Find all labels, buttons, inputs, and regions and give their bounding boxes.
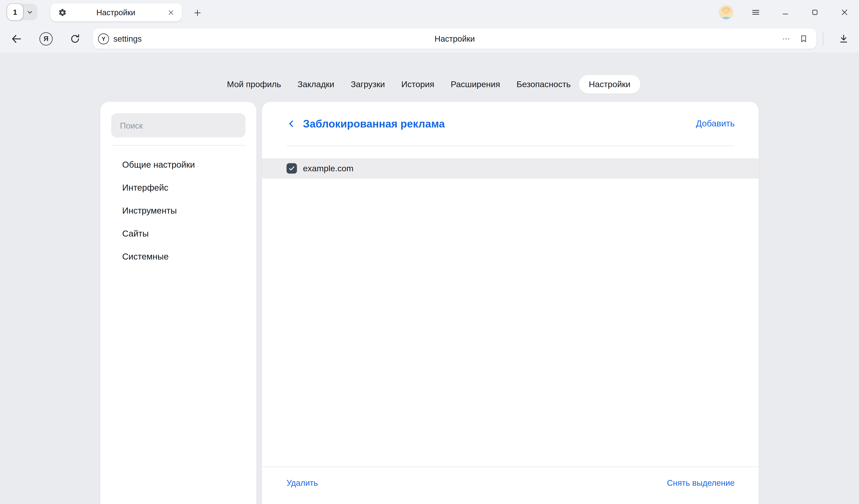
address-bar-page-title: Настройки bbox=[93, 34, 816, 43]
chevron-left-icon bbox=[286, 119, 296, 129]
bookmark-button[interactable] bbox=[797, 32, 811, 46]
maximize-icon bbox=[811, 8, 819, 16]
check-icon bbox=[288, 165, 295, 172]
minimize-button[interactable] bbox=[777, 4, 793, 20]
row-checkbox[interactable] bbox=[286, 163, 297, 173]
chevron-down-icon bbox=[26, 9, 33, 16]
sidebar-list: Общие настройки Интерфейс Инструменты Са… bbox=[100, 153, 256, 268]
tab-security[interactable]: Безопасность bbox=[508, 75, 579, 94]
hamburger-icon bbox=[751, 8, 760, 17]
sidebar-item-system[interactable]: Системные bbox=[100, 245, 256, 268]
delete-button[interactable]: Удалить bbox=[286, 478, 318, 487]
back-arrow-icon bbox=[10, 33, 22, 45]
avatar[interactable] bbox=[719, 5, 733, 19]
panel-footer: Удалить Снять выделение bbox=[262, 467, 759, 487]
tab-history[interactable]: История bbox=[393, 75, 442, 94]
panel-header: Заблокированная реклама Добавить bbox=[262, 102, 759, 146]
downloads-button[interactable] bbox=[834, 29, 853, 48]
new-tab-button[interactable] bbox=[190, 5, 205, 20]
reload-icon bbox=[70, 33, 80, 44]
yandex-logo-icon: Я bbox=[40, 32, 52, 45]
toolbar-separator bbox=[823, 32, 824, 46]
browser-window: 1 Настройки bbox=[0, 0, 859, 504]
tab-group-control[interactable]: 1 bbox=[7, 4, 37, 20]
window-close-button[interactable] bbox=[836, 4, 853, 20]
tab-title: Настройки bbox=[67, 8, 165, 17]
more-actions-button[interactable] bbox=[779, 32, 793, 46]
plus-icon bbox=[193, 9, 201, 17]
settings-sidebar: Общие настройки Интерфейс Инструменты Са… bbox=[100, 102, 256, 504]
back-button[interactable] bbox=[7, 29, 26, 48]
window-controls bbox=[711, 0, 859, 25]
panel-back-button[interactable] bbox=[284, 117, 299, 131]
tab-extensions[interactable]: Расширения bbox=[442, 75, 508, 94]
maximize-button[interactable] bbox=[807, 4, 823, 20]
settings-page: Мой профиль Закладки Загрузки История Ра… bbox=[0, 52, 859, 504]
sidebar-item-tools[interactable]: Инструменты bbox=[100, 199, 256, 223]
close-icon bbox=[840, 8, 848, 16]
sidebar-divider bbox=[111, 145, 245, 146]
settings-nav-tabs: Мой профиль Закладки Загрузки История Ра… bbox=[0, 75, 859, 94]
yandex-home-button[interactable]: Я bbox=[37, 29, 56, 48]
minimize-icon bbox=[781, 8, 789, 16]
bookmark-icon bbox=[799, 34, 808, 43]
blocked-domain: example.com bbox=[303, 163, 353, 173]
reload-button[interactable] bbox=[66, 29, 85, 48]
ellipsis-icon bbox=[782, 34, 790, 43]
download-icon bbox=[838, 33, 849, 44]
browser-tab-settings[interactable]: Настройки bbox=[50, 3, 182, 21]
list-item[interactable]: example.com bbox=[262, 158, 759, 178]
tab-bookmarks[interactable]: Закладки bbox=[289, 75, 343, 94]
panel-divider bbox=[286, 146, 735, 147]
blocked-ads-panel: Заблокированная реклама Добавить example… bbox=[262, 102, 759, 504]
sidebar-item-interface[interactable]: Интерфейс bbox=[100, 176, 256, 199]
tab-downloads[interactable]: Загрузки bbox=[343, 75, 393, 94]
tab-settings[interactable]: Настройки bbox=[579, 75, 641, 94]
browser-toolbar: Я Y settings Настройки bbox=[0, 25, 859, 52]
tab-strip: 1 Настройки bbox=[0, 0, 859, 25]
gear-icon bbox=[58, 8, 67, 17]
sidebar-item-general[interactable]: Общие настройки bbox=[100, 153, 256, 176]
tab-close-icon[interactable] bbox=[165, 6, 177, 18]
add-button[interactable]: Добавить bbox=[696, 119, 735, 129]
site-icon: Y bbox=[98, 33, 109, 44]
panel-title: Заблокированная реклама bbox=[303, 118, 445, 130]
sidebar-item-sites[interactable]: Сайты bbox=[100, 223, 256, 245]
deselect-button[interactable]: Снять выделение bbox=[667, 478, 735, 487]
menu-button[interactable] bbox=[747, 4, 764, 20]
address-bar[interactable]: Y settings Настройки bbox=[93, 29, 816, 49]
tab-my-profile[interactable]: Мой профиль bbox=[219, 75, 289, 94]
search-input[interactable] bbox=[111, 113, 245, 137]
blocked-ads-list: example.com bbox=[262, 158, 759, 178]
url-text[interactable]: settings bbox=[114, 34, 142, 43]
tab-group-counter[interactable]: 1 bbox=[7, 4, 23, 20]
